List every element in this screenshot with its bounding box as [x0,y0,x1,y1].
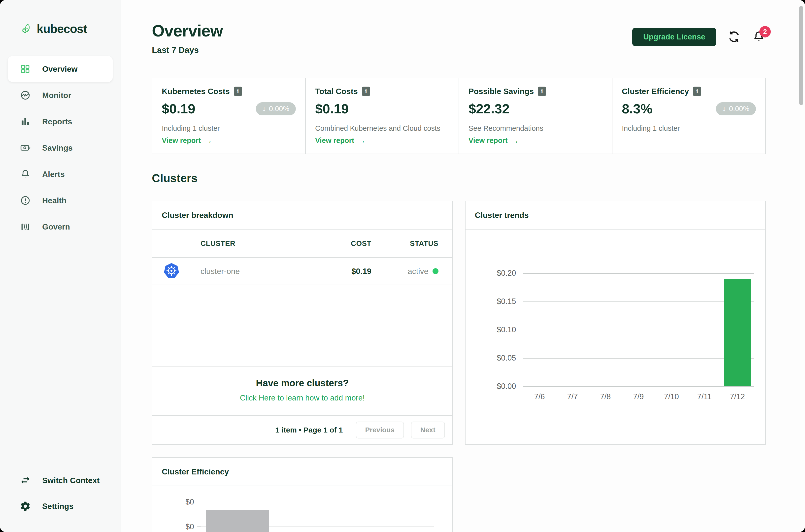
scrollbar[interactable] [799,1,803,531]
cluster-breakdown-title: Cluster breakdown [152,201,453,229]
bar-chart-icon [20,116,31,127]
arrow-right-icon: → [511,136,519,145]
gridline [523,302,754,302]
cluster-breakdown-panel: Cluster breakdown CLUSTER COST STATUS [152,201,453,445]
sidebar-item-savings[interactable]: Savings [8,135,113,161]
gridline [523,330,754,330]
page-title: Overview [152,21,223,40]
view-report-link[interactable]: View report → [162,136,296,145]
x-axis-tick: 7/11 [697,392,712,401]
stat-cards-row: Kubernetes Costs i $0.19 ↓ 0.00% Includi… [152,78,766,154]
settings-button[interactable]: Settings [8,493,113,519]
cluster-trends-plot: $0.20$0.15$0.10$0.05$0.007/67/77/87/97/1… [523,273,754,386]
column-cluster[interactable]: CLUSTER [200,240,307,248]
cluster-trends-title: Cluster trends [465,201,766,229]
x-axis-tick: 7/6 [534,392,545,401]
view-report-link[interactable]: View report → [315,136,449,145]
trend-bar-7-12[interactable] [724,279,751,386]
efficiency-bar[interactable] [206,510,269,532]
sidebar-item-label: Health [42,196,66,205]
y-axis-tick: $0 [152,497,194,507]
pagination-summary: 1 item • Page 1 of 1 [275,426,343,434]
column-status[interactable]: STATUS [371,240,439,248]
sidebar-item-label: Alerts [42,170,65,179]
sidebar-item-monitor[interactable]: Monitor [8,82,113,108]
down-arrow-icon: ↓ [262,105,266,113]
x-axis-tick: 7/9 [633,392,644,401]
sidebar-footer: Switch Context Settings [0,468,121,532]
stat-value: $22.32 [468,101,510,116]
stat-caption: Including 1 cluster [162,124,296,133]
stat-value: $0.19 [162,101,195,116]
sidebar: kubecost Overview Monitor [0,0,121,532]
x-axis-tick: 7/8 [600,392,611,401]
arrow-right-icon: → [358,136,366,145]
cluster-name[interactable]: cluster-one [200,267,307,276]
pagination-bar: 1 item • Page 1 of 1 Previous Next [152,415,453,444]
gridline [523,358,754,359]
monitor-icon [20,90,31,101]
sidebar-item-label: Monitor [42,91,71,100]
trend-badge: ↓ 0.00% [256,102,296,115]
switch-arrows-icon [20,475,31,486]
next-page-button[interactable]: Next [411,422,445,438]
header-controls: Upgrade License 2 [632,28,766,46]
logo[interactable]: kubecost [0,0,121,37]
main-content: Overview Last 7 Days Upgrade License [121,0,805,532]
grid-icon [20,63,31,74]
sidebar-item-label: Govern [42,222,70,231]
info-icon[interactable]: i [234,87,242,96]
info-icon[interactable]: i [538,87,546,96]
add-clusters-link[interactable]: Click Here to learn how to add more! [152,394,453,402]
view-report-link[interactable]: View report → [468,136,602,145]
switch-context-button[interactable]: Switch Context [8,468,113,493]
info-icon[interactable]: i [693,87,701,96]
scrollbar-thumb[interactable] [799,6,803,105]
table-row[interactable]: cluster-one $0.19 active [152,258,453,285]
notifications-button[interactable]: 2 [752,30,766,44]
status-dot-icon [433,268,439,274]
stat-value: 8.3% [622,101,652,116]
clusters-heading: Clusters [152,171,766,185]
table-header: CLUSTER COST STATUS [152,229,453,258]
sidebar-item-label: Reports [42,117,72,126]
down-arrow-icon: ↓ [722,105,726,113]
sidebar-item-health[interactable]: Health [8,188,113,213]
exclamation-circle-icon [20,195,31,206]
cluster-trends-panel: Cluster trends $0.20$0.15$0.10$0.05$0.00… [465,201,766,445]
sidebar-item-reports[interactable]: Reports [8,109,113,134]
sidebar-item-overview[interactable]: Overview [8,56,113,82]
view-report-label: View report [162,136,201,145]
kubernetes-logo-icon [163,263,200,280]
x-axis-tick: 7/7 [567,392,578,401]
sidebar-nav: Overview Monitor Reports [0,56,121,240]
logo-text: kubecost [37,22,87,36]
previous-page-button[interactable]: Previous [356,422,404,438]
x-axis-tick: 7/10 [664,392,679,401]
sidebar-item-label: Overview [42,64,77,74]
cluster-status: active [371,267,439,276]
view-report-label: View report [468,136,507,145]
trend-badge: ↓ 0.00% [716,102,756,115]
info-icon[interactable]: i [362,87,370,96]
trend-percent: 0.00% [729,105,749,113]
y-axis-tick: $0.20 [497,269,516,278]
bell-icon [20,169,31,179]
stat-title: Cluster Efficiency [622,87,689,96]
stat-title: Kubernetes Costs [162,87,230,96]
stat-caption: Combined Kubernetes and Cloud costs [315,124,449,133]
page-header: Overview Last 7 Days Upgrade License [152,21,766,55]
cluster-efficiency-panel: Cluster Efficiency $0 $0 [152,457,453,532]
cluster-efficiency-chart: $0 $0 [152,486,453,532]
sidebar-item-alerts[interactable]: Alerts [8,161,113,187]
stat-card-kubernetes-costs: Kubernetes Costs i $0.19 ↓ 0.00% Includi… [152,78,306,154]
stat-card-cluster-efficiency: Cluster Efficiency i 8.3% ↓ 0.00% Includ… [612,78,766,154]
sidebar-item-govern[interactable]: Govern [8,214,113,240]
refresh-button[interactable] [727,30,741,44]
stat-title: Possible Savings [468,87,534,96]
stat-card-possible-savings: Possible Savings i $22.32 See Recommenda… [459,78,612,154]
upgrade-license-button[interactable]: Upgrade License [632,28,716,46]
y-axis-tick: $0 [152,522,194,531]
notification-count-badge: 2 [759,26,771,37]
column-cost[interactable]: COST [307,240,371,248]
